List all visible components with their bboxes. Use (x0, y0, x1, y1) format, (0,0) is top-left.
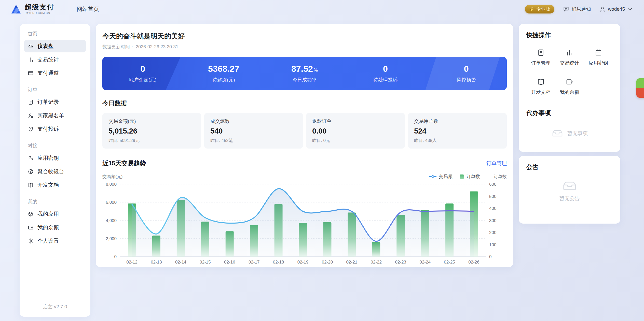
dashboard-icon (28, 43, 34, 49)
chart-legend: 交易额 订单数 (429, 173, 480, 180)
stat-frozen-amount: 5368.27 待解冻(元) (183, 64, 264, 83)
blacklist-icon (28, 113, 34, 119)
order-record-icon (28, 99, 34, 105)
notifications-button[interactable]: 消息通知 (563, 6, 591, 12)
user-menu[interactable]: wode45 (599, 6, 633, 12)
docs-book-icon (28, 182, 34, 188)
quick-app-keys[interactable]: 应用密钥 (584, 49, 613, 66)
sidebar-item-buyer-blacklist[interactable]: 买家黑名单 (24, 109, 86, 122)
svg-text:02-26: 02-26 (468, 260, 479, 265)
sidebar-item-transaction-stats[interactable]: 交易统计 (24, 53, 86, 66)
gear-icon (28, 238, 34, 244)
username: wode45 (608, 6, 625, 12)
pro-version-badge[interactable]: 专业版 (525, 5, 554, 13)
order-manage-link[interactable]: 订单管理 (486, 160, 507, 167)
todo-title: 代办事项 (526, 109, 613, 117)
cashier-icon (28, 169, 34, 174)
notice-card: 公告 暂无公告 (519, 156, 620, 224)
sidebar-item-my-balance[interactable]: 我的余额 (24, 221, 86, 234)
svg-text:500: 500 (489, 194, 496, 199)
sidebar-item-dashboard[interactable]: 仪表盘 (24, 40, 86, 52)
svg-text:02-12: 02-12 (126, 260, 137, 265)
logo-title: 超级支付 (25, 4, 54, 11)
stat-account-balance: 0 账户余额(元) (102, 64, 183, 83)
my-apps-icon (28, 211, 34, 217)
sidebar-item-order-records[interactable]: 订单记录 (24, 96, 86, 108)
svg-text:02-15: 02-15 (200, 260, 211, 265)
notice-title: 公告 (526, 163, 613, 171)
svg-text:4,000: 4,000 (106, 218, 117, 223)
todo-empty-state: 暂无事项 (526, 129, 613, 138)
svg-text:02-23: 02-23 (395, 260, 406, 265)
update-time: 数据更新时间： 2026-02-26 23:20:31 (102, 44, 507, 50)
right-axis-label: 订单数 (494, 174, 507, 180)
today-card-transaction-amount: 交易金额(元) 5,015.26 昨日: 5091.29元 (102, 113, 201, 149)
app-key-icon (595, 49, 602, 56)
svg-text:200: 200 (489, 230, 496, 235)
logo-subtitle: PAYPRO.COM.CN (25, 11, 54, 14)
user-icon (599, 6, 606, 12)
nav-home-link[interactable]: 网站首页 (77, 5, 99, 13)
svg-text:02-25: 02-25 (444, 260, 455, 265)
stat-success-rate: 87.52% 今日成功率 (264, 64, 345, 83)
medal-icon (529, 7, 534, 12)
svg-text:02-22: 02-22 (371, 260, 382, 265)
sidebar-item-payment-complaints[interactable]: 支付投诉 (24, 123, 86, 135)
nav-group-home: 首页 (24, 31, 86, 37)
app-key-icon (28, 155, 34, 161)
svg-text:02-18: 02-18 (273, 260, 284, 265)
today-data-title: 今日数据 (102, 99, 507, 107)
svg-text:100: 100 (489, 242, 496, 247)
quick-dev-docs[interactable]: 开发文档 (526, 78, 555, 96)
sidebar-item-my-apps[interactable]: 我的应用 (24, 208, 86, 220)
greeting-title: 今天的奋斗就是明天的美好 (102, 32, 507, 41)
main-content: 今天的奋斗就是明天的美好 数据更新时间： 2026-02-26 23:20:31… (96, 24, 513, 267)
quick-transaction-stats[interactable]: 交易统计 (555, 49, 584, 66)
svg-text:02-19: 02-19 (297, 260, 308, 265)
svg-text:8,000: 8,000 (106, 182, 117, 187)
docs-book-icon (537, 78, 545, 86)
today-card-user-count: 交易用户数 524 昨日: 438人 (408, 113, 507, 149)
bar-marker-icon (460, 174, 464, 179)
nav-group-orders: 订单 (24, 86, 86, 93)
app-version: 启玄 v2.7.0 (20, 303, 90, 310)
svg-text:0: 0 (114, 254, 117, 259)
quick-order-manage[interactable]: 订单管理 (526, 49, 555, 66)
svg-text:02-20: 02-20 (322, 260, 333, 265)
empty-box-icon (551, 129, 564, 138)
stat-risk-alerts: 0 风控预警 (426, 64, 507, 83)
svg-text:2,000: 2,000 (106, 236, 117, 241)
legend-transaction-amount[interactable]: 交易额 (429, 173, 453, 180)
app-logo: 超级支付 PAYPRO.COM.CN (11, 4, 54, 14)
logo-mark-icon (11, 4, 21, 14)
sidebar-item-profile-settings[interactable]: 个人设置 (24, 235, 86, 247)
line-marker-icon (429, 175, 436, 178)
sidebar-item-dev-docs[interactable]: 开发文档 (24, 179, 86, 191)
sidebar: 首页 仪表盘 交易统计 支付通道 订单 订单记录 (20, 24, 90, 317)
left-axis-label: 交易额(元) (102, 174, 122, 180)
balance-out-icon (566, 78, 573, 86)
quick-my-balance[interactable]: 我的余额 (555, 78, 584, 96)
order-manage-icon (537, 49, 545, 56)
chevron-down-icon (627, 6, 633, 12)
sidebar-item-app-keys[interactable]: 应用密钥 (24, 152, 86, 164)
svg-text:300: 300 (489, 218, 496, 223)
sidebar-item-aggregate-checkout[interactable]: 聚合收银台 (24, 165, 86, 178)
wallet-icon (28, 225, 34, 230)
trend-chart-title: 近15天交易趋势 (102, 159, 146, 167)
sidebar-item-payment-channels[interactable]: 支付通道 (24, 67, 86, 79)
stats-banner: 0 账户余额(元) 5368.27 待解冻(元) 87.52% 今日成功率 0 … (102, 57, 507, 90)
legend-order-count[interactable]: 订单数 (460, 173, 480, 180)
today-cards-row: 交易金额(元) 5,015.26 昨日: 5091.29元 成交笔数 540 昨… (102, 113, 507, 149)
svg-text:02-16: 02-16 (224, 260, 235, 265)
trend-chart: 02,0004,0006,0008,0000100200300400500600… (102, 181, 507, 266)
svg-text:02-24: 02-24 (419, 260, 430, 265)
bar-chart-icon (566, 49, 573, 56)
empty-box-icon (562, 180, 578, 192)
today-card-refund-orders: 退款订单 0.00 昨日: 0元 (306, 113, 405, 149)
stat-pending-complaints: 0 待处理投诉 (345, 64, 426, 83)
notice-empty-state: 暂无公告 (526, 180, 613, 202)
svg-text:600: 600 (489, 182, 496, 187)
quick-actions-title: 快捷操作 (526, 31, 613, 39)
floating-widget[interactable] (636, 78, 644, 98)
